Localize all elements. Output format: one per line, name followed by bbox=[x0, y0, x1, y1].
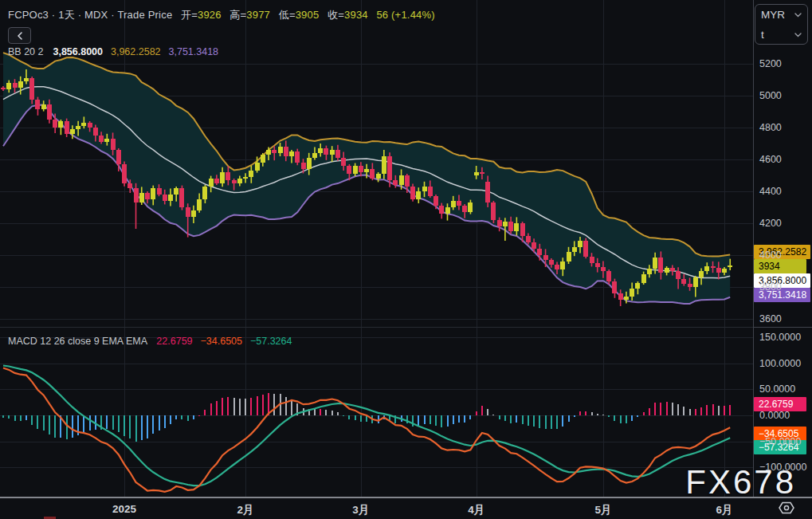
back-button[interactable] bbox=[8, 27, 31, 44]
bb-lower-value: 3,751.3418 bbox=[169, 46, 219, 57]
close-label: 收= bbox=[328, 9, 344, 21]
back-chevron-icon bbox=[17, 32, 23, 40]
axis-tick-label: 3800 bbox=[759, 281, 782, 293]
axis-tick-label: 5200 bbox=[759, 58, 782, 69]
bb-upper-value: 3,962.2582 bbox=[111, 46, 161, 57]
open-label: 开= bbox=[181, 9, 198, 21]
bb-basis-value: 3,856.8000 bbox=[53, 46, 103, 57]
time-tick-label: 2月 bbox=[237, 503, 254, 517]
bb-label: BB 20 2 bbox=[8, 46, 43, 57]
axis-tick-label: 4400 bbox=[759, 186, 782, 197]
symbol-name[interactable]: FCPOc3 bbox=[8, 9, 49, 21]
unit-select[interactable]: t bbox=[755, 25, 807, 45]
axis-tick-label: 4800 bbox=[759, 122, 782, 133]
price-axis[interactable]: 3,962.2582 3934 3,856.8000 3,751.3418 22… bbox=[753, 0, 812, 497]
interval[interactable]: 1天 bbox=[58, 9, 75, 21]
axis-tick-label: 0.0000 bbox=[759, 410, 790, 421]
currency-value: MYR bbox=[761, 9, 785, 21]
chart-header: FCPOc3 · 1天 · MDX · Trade Price 开=3926 高… bbox=[8, 8, 435, 22]
chevron-down-icon bbox=[794, 33, 802, 37]
time-tick-label: 2025 bbox=[112, 503, 136, 515]
high-label: 高= bbox=[229, 9, 246, 21]
axis-tick-label: 5000 bbox=[759, 90, 782, 101]
exchange: MDX bbox=[84, 9, 108, 21]
currency-select[interactable]: MYR bbox=[755, 5, 807, 25]
currency-unit-selector: MYR t bbox=[755, 4, 808, 45]
low-value: 3905 bbox=[296, 9, 320, 21]
macd-label: MACD 12 26 close 9 EMA EMA bbox=[8, 336, 147, 347]
axis-tick-label: 4200 bbox=[759, 218, 782, 229]
low-label: 低= bbox=[279, 9, 296, 21]
watermark: FX678 bbox=[685, 463, 796, 501]
axis-tick-label: 150.0000 bbox=[759, 332, 801, 343]
change-value: 56 (+1.44%) bbox=[376, 9, 434, 21]
axis-tick-label: 3600 bbox=[759, 313, 782, 324]
open-value: 3926 bbox=[198, 9, 222, 21]
time-tick-label: 3月 bbox=[352, 503, 369, 517]
pane-settings-icon[interactable] bbox=[776, 501, 797, 515]
axis-pane-divider bbox=[754, 327, 812, 328]
bb-legend[interactable]: BB 20 2 3,856.8000 3,962.2582 3,751.3418 bbox=[8, 46, 218, 57]
macd-hist-value: 22.6759 bbox=[156, 336, 192, 347]
axis-tick-label: 50.0000 bbox=[759, 383, 795, 395]
price-macd-chart[interactable] bbox=[0, 0, 753, 497]
macd-hist-badge: 22.6759 bbox=[754, 397, 806, 411]
time-tick-label: 4月 bbox=[468, 503, 484, 517]
time-tick-label: 6月 bbox=[716, 503, 732, 517]
series-type: Trade Price bbox=[117, 9, 172, 21]
macd-legend[interactable]: MACD 12 26 close 9 EMA EMA 22.6759 −34.6… bbox=[8, 336, 292, 347]
chevron-down-icon bbox=[794, 13, 802, 18]
time-tick-label: 5月 bbox=[594, 503, 611, 517]
close-value: 3934 bbox=[344, 9, 368, 21]
chart-app: FCPOc3 · 1天 · MDX · Trade Price 开=3926 高… bbox=[0, 0, 812, 519]
axis-tick-label: −50.0000 bbox=[759, 436, 801, 447]
axis-tick-label: 4600 bbox=[759, 154, 782, 165]
high-value: 3977 bbox=[246, 9, 270, 21]
last-price-badge: 3934 bbox=[754, 259, 806, 273]
axis-tick-label: 100.0000 bbox=[759, 358, 801, 369]
macd-signal-value: −57.3264 bbox=[250, 336, 292, 347]
unit-value: t bbox=[761, 29, 764, 41]
axis-tick-label: 4000 bbox=[759, 250, 782, 261]
macd-line-value: −34.6505 bbox=[201, 336, 242, 347]
